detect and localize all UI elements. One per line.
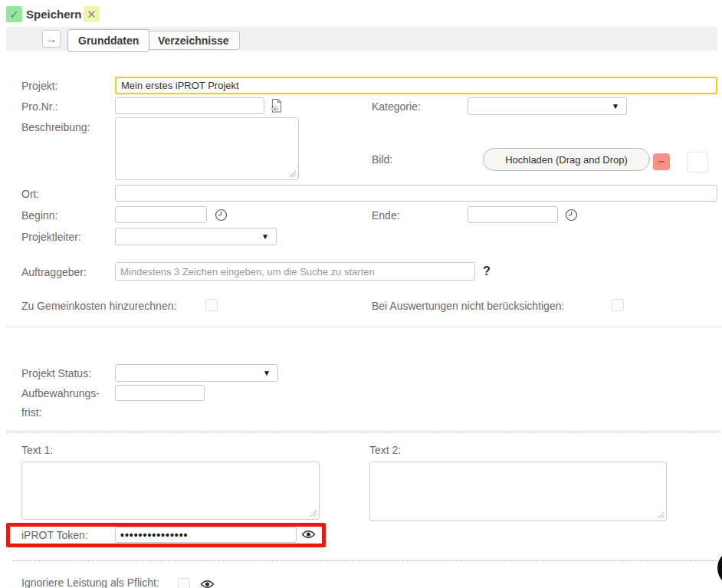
ende-input[interactable] xyxy=(468,206,558,223)
auswertungen-checkbox[interactable] xyxy=(612,299,624,311)
tab-verzeichnisse[interactable]: Verzeichnisse xyxy=(147,31,240,50)
pronr-label: Pro.Nr.: xyxy=(21,100,57,113)
dotted-divider xyxy=(13,560,719,561)
upload-button[interactable]: Hochladen (Drag and Drop) xyxy=(483,148,650,171)
gemeinkosten-label: Zu Gemeinkosten hinzurechnen: xyxy=(21,300,176,312)
aufbewahrung-label-line2: frist: xyxy=(21,406,41,419)
clock-icon xyxy=(565,209,578,222)
clock-icon xyxy=(215,209,228,222)
tab-grunddaten[interactable]: Grunddaten xyxy=(67,29,149,52)
arrow-right-icon: → xyxy=(46,33,57,45)
ignoriere-label: Ignoriere Leistung als Pflicht: xyxy=(21,577,159,588)
aufbewahrung-label-line1: Aufbewahrungs- xyxy=(21,387,100,399)
auswertungen-label: Bei Auswertungen nicht berücksichtigen: xyxy=(372,300,564,312)
minus-icon: − xyxy=(658,155,665,168)
floating-button-partial[interactable] xyxy=(717,550,722,586)
status-label: Projekt Status: xyxy=(21,367,91,379)
save-button[interactable]: ✓ xyxy=(6,6,22,22)
nav-arrow-button[interactable]: → xyxy=(42,30,61,48)
kategorie-select[interactable]: ▼ xyxy=(468,97,627,115)
ort-input[interactable] xyxy=(115,185,717,202)
beschreibung-textarea[interactable] xyxy=(115,117,299,180)
token-password-input[interactable] xyxy=(115,527,297,543)
remove-image-button[interactable]: − xyxy=(653,153,670,170)
close-button[interactable]: ✕ xyxy=(84,6,100,22)
check-icon: ✓ xyxy=(9,8,19,21)
close-icon: ✕ xyxy=(87,8,97,21)
token-label: iPROT Token: xyxy=(21,529,88,541)
beginn-datepicker-button[interactable] xyxy=(214,208,228,222)
beschreibung-label: Beschreibung: xyxy=(21,121,90,133)
text2-textarea[interactable] xyxy=(369,462,667,521)
resize-grip-icon[interactable] xyxy=(310,510,317,517)
projekt-label: Projekt: xyxy=(21,80,57,92)
ende-datepicker-button[interactable] xyxy=(564,208,578,222)
document-gear-icon xyxy=(270,98,283,113)
eye-icon xyxy=(301,530,316,539)
chevron-down-icon: ▼ xyxy=(263,370,271,377)
projekt-input[interactable] xyxy=(115,77,717,94)
eye-icon xyxy=(200,580,215,588)
aufbewahrung-input[interactable] xyxy=(115,385,205,401)
status-select[interactable]: ▼ xyxy=(115,364,278,382)
tab-bar: → Grunddaten Verzeichnisse xyxy=(6,27,717,51)
resize-grip-icon[interactable] xyxy=(657,511,665,519)
text2-label: Text 2: xyxy=(369,444,401,456)
section-divider xyxy=(6,327,722,327)
chevron-down-icon: ▼ xyxy=(612,103,619,110)
ignoriere-checkbox[interactable] xyxy=(178,578,190,588)
ende-label: Ende: xyxy=(372,209,400,222)
save-label: Speichern xyxy=(26,6,82,22)
tab-label: Verzeichnisse xyxy=(158,34,229,47)
pronr-input[interactable] xyxy=(115,97,264,114)
ignoriere-visibility-button[interactable] xyxy=(199,579,215,588)
auftraggeber-label: Auftraggeber: xyxy=(21,266,87,278)
projektleiter-select[interactable]: ▼ xyxy=(115,228,277,245)
chevron-down-icon: ▼ xyxy=(261,233,269,241)
auftraggeber-search-input[interactable] xyxy=(115,262,475,281)
generate-number-button[interactable] xyxy=(269,97,283,113)
beginn-label: Beginn: xyxy=(21,209,57,222)
text1-textarea[interactable] xyxy=(21,462,320,520)
gemeinkosten-checkbox[interactable] xyxy=(205,299,218,311)
bild-label: Bild: xyxy=(372,153,392,166)
token-visibility-button[interactable] xyxy=(300,529,316,539)
projektleiter-label: Projektleiter: xyxy=(21,231,81,243)
upload-button-label: Hochladen (Drag and Drop) xyxy=(505,154,628,166)
kategorie-label: Kategorie: xyxy=(372,100,421,113)
tab-label: Grunddaten xyxy=(78,34,139,47)
text1-label: Text 1: xyxy=(21,444,53,456)
resize-grip-icon[interactable] xyxy=(289,170,297,178)
image-preview-placeholder xyxy=(687,152,708,172)
ort-label: Ort: xyxy=(21,188,39,200)
beginn-input[interactable] xyxy=(115,206,207,223)
dotted-divider xyxy=(6,432,720,432)
help-question-icon[interactable]: ? xyxy=(483,264,491,278)
